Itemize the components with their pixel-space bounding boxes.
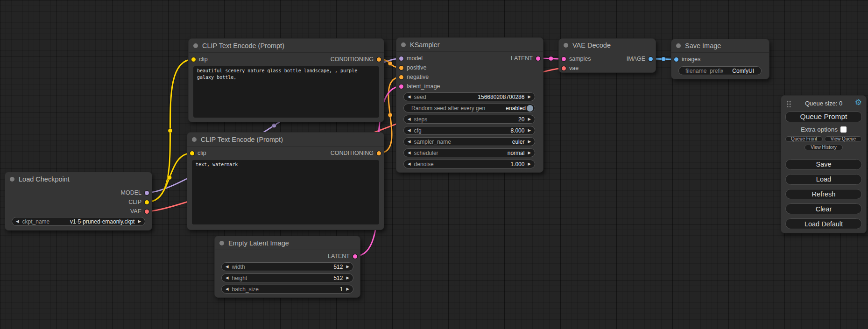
output-port-latent[interactable]	[353, 254, 357, 259]
widget-scheduler[interactable]: ◀ scheduler normal ▶	[403, 148, 535, 157]
widget-value: 1	[340, 286, 343, 293]
input-port-clip[interactable]	[190, 151, 194, 155]
decrement-arrow-icon[interactable]: ◀	[408, 162, 411, 166]
decrement-arrow-icon[interactable]: ◀	[408, 128, 411, 133]
widget-height[interactable]: ◀ height 512 ▶	[221, 273, 353, 282]
decrement-arrow-icon[interactable]: ◀	[408, 95, 411, 99]
queue-front-button[interactable]: Queue Front	[785, 136, 823, 142]
load-default-button[interactable]: Load Default	[785, 218, 862, 229]
output-label-clip: CLIP	[128, 199, 141, 205]
widget-denoise[interactable]: ◀ denoise 1.000 ▶	[403, 160, 535, 168]
decrement-arrow-icon[interactable]: ◀	[226, 276, 229, 280]
widget-filename-prefix[interactable]: filename_prefix ComfyUI	[678, 66, 762, 75]
widget-steps[interactable]: ◀ steps 20 ▶	[403, 115, 535, 124]
increment-arrow-icon[interactable]: ▶	[528, 117, 531, 121]
collapse-dot-icon[interactable]	[219, 241, 224, 245]
increment-arrow-icon[interactable]: ▶	[346, 287, 349, 291]
port-row: images	[671, 55, 769, 64]
view-history-button[interactable]: View History	[804, 145, 843, 150]
extra-options-checkbox[interactable]	[840, 126, 847, 133]
input-port-clip[interactable]	[191, 57, 196, 62]
output-port-vae[interactable]	[145, 210, 149, 214]
decrement-arrow-icon[interactable]: ◀	[16, 219, 19, 224]
widget-sampler-name[interactable]: ◀ sampler_name euler ▶	[403, 137, 535, 146]
node-clip-text-encode-negative[interactable]: CLIP Text Encode (Prompt) clip CONDITION…	[187, 132, 384, 230]
node-vae-decode[interactable]: VAE Decode samples IMAGE vae	[558, 38, 656, 73]
input-port-samples[interactable]	[562, 57, 566, 61]
input-label-images: images	[682, 56, 700, 63]
input-port-images[interactable]	[674, 57, 678, 62]
node-empty-latent-image[interactable]: Empty Latent Image LATENT ◀ width 512 ▶ …	[214, 236, 360, 298]
node-title-bar[interactable]: CLIP Text Encode (Prompt)	[189, 39, 384, 53]
output-port-clip[interactable]	[145, 200, 149, 204]
node-save-image[interactable]: Save Image images filename_prefix ComfyU…	[671, 39, 769, 79]
output-label-conditioning: CONDITIONING	[331, 56, 374, 63]
collapse-dot-icon[interactable]	[10, 177, 14, 182]
input-port-model[interactable]	[399, 56, 403, 61]
node-title-bar[interactable]: CLIP Text Encode (Prompt)	[187, 133, 384, 147]
node-title-bar[interactable]: VAE Decode	[559, 39, 656, 52]
input-port-negative[interactable]	[399, 75, 403, 79]
decrement-arrow-icon[interactable]: ◀	[408, 117, 411, 121]
node-title-bar[interactable]: Empty Latent Image	[215, 236, 360, 250]
widget-ckpt-name[interactable]: ◀ ckpt_name v1-5-pruned-emaonly.ckpt ▶	[12, 217, 145, 226]
widget-width[interactable]: ◀ width 512 ▶	[221, 262, 353, 271]
node-clip-text-encode-positive[interactable]: CLIP Text Encode (Prompt) clip CONDITION…	[188, 38, 384, 122]
view-queue-button[interactable]: View Queue	[825, 136, 862, 142]
node-ksampler[interactable]: KSampler model LATENT positive	[396, 37, 543, 173]
collapse-dot-icon[interactable]	[192, 137, 197, 142]
collapse-dot-icon[interactable]	[676, 43, 681, 48]
widget-value: ComfyUI	[732, 68, 754, 74]
increment-arrow-icon[interactable]: ▶	[528, 140, 531, 144]
port-row: vae	[559, 63, 656, 73]
node-title: KSampler	[410, 41, 440, 49]
decrement-arrow-icon[interactable]: ◀	[408, 151, 411, 155]
queue-prompt-button[interactable]: Queue Prompt	[785, 112, 862, 122]
collapse-dot-icon[interactable]	[401, 42, 406, 47]
toggle-dot[interactable]	[527, 105, 533, 112]
increment-arrow-icon[interactable]: ▶	[528, 162, 531, 166]
input-port-latent-image[interactable]	[399, 84, 403, 89]
drag-handle-icon[interactable]	[786, 100, 791, 107]
input-label-vae: vae	[569, 65, 579, 71]
widget-cfg[interactable]: ◀ cfg 8.000 ▶	[403, 126, 535, 135]
port-row: clip CONDITIONING	[187, 148, 384, 158]
clear-button[interactable]: Clear	[785, 203, 862, 214]
increment-arrow-icon[interactable]: ▶	[346, 265, 349, 269]
increment-arrow-icon[interactable]: ▶	[528, 128, 531, 133]
decrement-arrow-icon[interactable]: ◀	[226, 265, 229, 269]
gear-icon[interactable]: ⚙	[855, 98, 862, 106]
node-load-checkpoint[interactable]: Load Checkpoint MODEL CLIP VAE	[5, 172, 152, 231]
increment-arrow-icon[interactable]: ▶	[346, 276, 349, 280]
save-button[interactable]: Save	[785, 159, 862, 170]
node-graph-canvas[interactable]: Load Checkpoint MODEL CLIP VAE	[0, 0, 868, 329]
port-row: latent_image	[396, 82, 543, 91]
widget-seed[interactable]: ◀ seed 156680208700286 ▶	[403, 92, 535, 101]
prompt-textarea[interactable]: beautiful scenery nature glass bottle la…	[193, 66, 379, 118]
decrement-arrow-icon[interactable]: ◀	[226, 287, 229, 291]
input-port-vae[interactable]	[562, 66, 566, 70]
output-port-image[interactable]	[649, 57, 653, 61]
collapse-dot-icon[interactable]	[564, 43, 568, 48]
load-button[interactable]: Load	[785, 174, 862, 185]
output-port-latent[interactable]	[536, 56, 540, 61]
extra-options-row: Extra options	[785, 126, 862, 133]
output-port-conditioning[interactable]	[377, 57, 381, 62]
widget-random-seed-toggle[interactable]: Random seed after every gen enabled	[403, 104, 535, 112]
input-port-positive[interactable]	[399, 66, 403, 70]
increment-arrow-icon[interactable]: ▶	[528, 95, 531, 99]
collapse-dot-icon[interactable]	[193, 43, 198, 48]
refresh-button[interactable]: Refresh	[785, 189, 862, 200]
output-port-conditioning[interactable]	[377, 151, 381, 155]
increment-arrow-icon[interactable]: ▶	[138, 219, 141, 224]
node-title-bar[interactable]: Save Image	[671, 39, 769, 53]
node-title-bar[interactable]: Load Checkpoint	[5, 172, 152, 186]
widget-value: v1-5-pruned-emaonly.ckpt	[70, 218, 135, 225]
node-title-bar[interactable]: KSampler	[396, 38, 543, 52]
decrement-arrow-icon[interactable]: ◀	[408, 140, 411, 144]
increment-arrow-icon[interactable]: ▶	[528, 151, 531, 155]
widget-batch-size[interactable]: ◀ batch_size 1 ▶	[221, 285, 353, 294]
output-port-model[interactable]	[145, 191, 149, 195]
prompt-textarea[interactable]: text, watermark	[192, 160, 379, 224]
widget-label: batch_size	[232, 286, 259, 293]
